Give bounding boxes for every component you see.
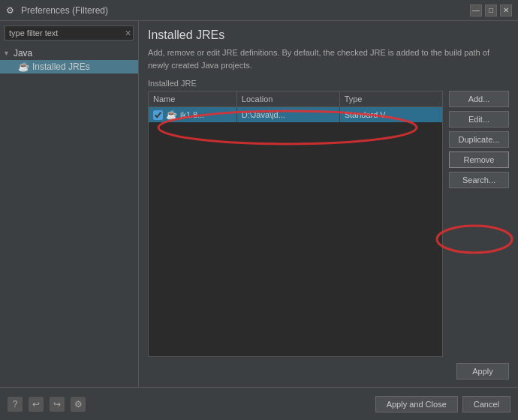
- jre-tree-icon: ☕: [18, 62, 29, 72]
- bottom-left-icons: ? ↩ ↪ ⚙: [8, 397, 86, 412]
- col-header-name[interactable]: Name: [149, 92, 236, 107]
- table-row[interactable]: ☕ jk1.8... D:\Java\jd... Standard V...: [149, 107, 442, 123]
- apply-and-close-button[interactable]: Apply and Close: [375, 396, 458, 412]
- search-clear-icon[interactable]: ✕: [125, 28, 131, 38]
- forward-icon[interactable]: ↪: [50, 397, 65, 412]
- title-bar-left: ⚙ Preferences (Filtered): [6, 5, 108, 16]
- close-button[interactable]: ✕: [500, 4, 512, 16]
- back-icon[interactable]: ↩: [29, 397, 44, 412]
- title-bar: ⚙ Preferences (Filtered) — □ ✕: [0, 0, 518, 21]
- window-title: Preferences (Filtered): [21, 5, 108, 16]
- table-cell-name: ☕ jk1.8...: [149, 107, 236, 123]
- jre-row-icon: ☕: [166, 110, 177, 120]
- checkbox-cell: ☕ jk1.8...: [153, 110, 232, 120]
- installed-label: Installed JRE: [148, 79, 509, 88]
- bottom-bar: ? ↩ ↪ ⚙ Apply and Close Cancel: [0, 387, 518, 420]
- tree-arrow-icon: ▼: [3, 50, 10, 57]
- content-area: Installed JREs Add, remove or edit JRE d…: [139, 21, 518, 387]
- apply-area: Apply: [148, 363, 509, 380]
- content-title: Installed JREs: [148, 28, 509, 42]
- app-icon: ⚙: [6, 5, 17, 16]
- maximize-button[interactable]: □: [485, 4, 497, 16]
- tree-container: ▼ Java ☕ Installed JREs: [0, 45, 138, 387]
- sidebar-item-installed-jres[interactable]: ☕ Installed JREs: [0, 60, 138, 74]
- content-description: Add, remove or edit JRE definitions. By …: [148, 46, 509, 71]
- col-header-location[interactable]: Location: [236, 92, 339, 107]
- cancel-button[interactable]: Cancel: [462, 396, 510, 412]
- col-header-type[interactable]: Type: [339, 92, 442, 107]
- bottom-right-buttons: Apply and Close Cancel: [375, 396, 510, 412]
- tree-group-java-label: Java: [14, 48, 32, 58]
- help-icon[interactable]: ?: [8, 397, 23, 412]
- search-button[interactable]: Search...: [449, 172, 509, 188]
- filter-input[interactable]: [5, 26, 134, 40]
- edit-button[interactable]: Edit...: [449, 111, 509, 128]
- table-cell-type: Standard V...: [339, 107, 442, 123]
- duplicate-button[interactable]: Duplicate...: [449, 131, 509, 148]
- minimize-button[interactable]: —: [470, 4, 482, 16]
- table-area: Name Location Type: [148, 91, 509, 357]
- side-buttons: Add... Edit... Duplicate... Remove Searc…: [449, 91, 509, 357]
- table-cell-location: D:\Java\jd...: [236, 107, 339, 123]
- title-controls: — □ ✕: [470, 4, 512, 16]
- main-container: ✕ ▼ Java ☕ Installed JREs Installed JREs…: [0, 21, 518, 387]
- jre-table: Name Location Type: [149, 92, 442, 122]
- apply-button[interactable]: Apply: [456, 363, 509, 380]
- annotation-oval-row: [149, 92, 426, 302]
- jre-table-wrapper: Name Location Type: [148, 91, 443, 357]
- search-box: ✕: [5, 26, 134, 40]
- sidebar-item-label: Installed JREs: [32, 62, 90, 72]
- tree-group-java[interactable]: ▼ Java: [0, 46, 138, 60]
- settings-icon[interactable]: ⚙: [71, 397, 86, 412]
- sidebar: ✕ ▼ Java ☕ Installed JREs: [0, 21, 139, 387]
- add-button[interactable]: Add...: [449, 91, 509, 107]
- jre-checkbox[interactable]: [153, 110, 163, 120]
- remove-button[interactable]: Remove: [449, 152, 509, 168]
